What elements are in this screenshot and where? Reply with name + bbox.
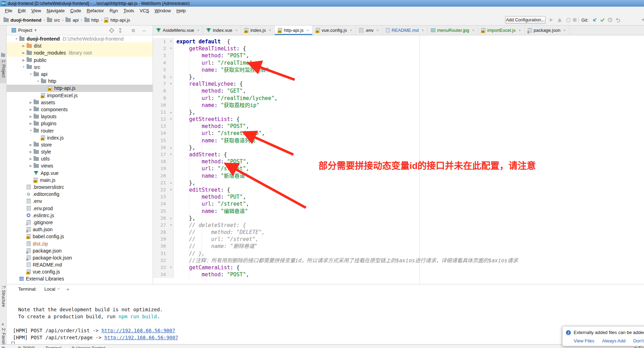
close-icon[interactable]: ✕ bbox=[57, 287, 60, 291]
chevron-closed-icon[interactable]: ▶ bbox=[28, 108, 34, 111]
tree-item-router[interactable]: ▼router bbox=[7, 127, 153, 134]
status-item[interactable]: Terminal bbox=[46, 346, 61, 348]
close-icon[interactable]: ✕ bbox=[197, 29, 200, 32]
code-line-20[interactable]: 20 name: "新增巷道" bbox=[153, 172, 644, 179]
code-line-33[interactable]: 33▼ getCameraList: { bbox=[153, 264, 644, 271]
tool-window-switcher-icon[interactable]: ▦ bbox=[1, 346, 5, 348]
code-line-1[interactable]: 1▼export default { bbox=[153, 38, 644, 45]
menu-window[interactable]: Window bbox=[152, 8, 174, 13]
rollback-icon[interactable] bbox=[615, 17, 621, 23]
collapse-all-icon[interactable] bbox=[118, 28, 122, 34]
tree-item-duoji-frontend[interactable]: ▼duoji-frontendD:\zheheWeb\duoji-fronten… bbox=[7, 35, 153, 42]
code-line-10[interactable]: 10 name: "获取荔枝的ip" bbox=[153, 102, 644, 109]
chevron-closed-icon[interactable]: ▶ bbox=[28, 157, 34, 161]
fold-open-icon[interactable]: ▼ bbox=[169, 186, 174, 193]
menu-navigate[interactable]: Navigate bbox=[44, 8, 67, 13]
code-line-23[interactable]: 23 method: "PUT", bbox=[153, 193, 644, 200]
close-icon[interactable]: ✕ bbox=[421, 29, 424, 32]
settings-gear-icon[interactable]: ⚙ bbox=[131, 28, 135, 33]
close-icon[interactable]: ✕ bbox=[518, 29, 521, 32]
tree-item-README.md[interactable]: README.md bbox=[7, 261, 153, 268]
close-icon[interactable]: ✕ bbox=[472, 29, 475, 32]
menu-refactor[interactable]: Refactor bbox=[84, 8, 107, 13]
tree-item-views[interactable]: ▶views bbox=[7, 162, 153, 169]
close-icon[interactable]: ✕ bbox=[563, 29, 566, 32]
debug-icon[interactable] bbox=[556, 17, 563, 23]
fold-open-icon[interactable]: ▼ bbox=[169, 116, 174, 123]
code-line-2[interactable]: 2▼ getRealTimeList: { bbox=[153, 45, 644, 52]
tree-item-dist[interactable]: ▶dist bbox=[7, 42, 153, 49]
tree-item-External Libraries[interactable]: External Libraries bbox=[7, 275, 153, 282]
add-configuration-button[interactable]: Add Configuration... bbox=[505, 16, 546, 24]
fold-open-icon[interactable]: ▼ bbox=[169, 80, 174, 87]
code-line-27[interactable]: 27▼ // deleteStreet: { bbox=[153, 222, 644, 229]
chevron-down-icon[interactable]: ▼ bbox=[34, 28, 37, 32]
chevron-open-icon[interactable]: ▼ bbox=[21, 65, 27, 69]
code-line-7[interactable]: 7▼ realTimeLychee: { bbox=[153, 80, 644, 87]
notification-action[interactable]: Don't Ask Agai bbox=[633, 338, 644, 343]
run-with-coverage-icon[interactable] bbox=[565, 17, 572, 23]
fold-close-icon[interactable]: ▲ bbox=[169, 73, 174, 80]
code-line-13[interactable]: 13 method: "POST", bbox=[153, 123, 644, 130]
tab-http-api.js[interactable]: JShttp-api.js✕ bbox=[275, 26, 313, 35]
code-line-25[interactable]: 25 name: "编辑巷道" bbox=[153, 208, 644, 215]
code-line-11[interactable]: 11▲ }, bbox=[153, 109, 644, 116]
notification-action[interactable]: View Files bbox=[574, 338, 594, 343]
close-icon[interactable]: ✕ bbox=[306, 29, 309, 32]
tree-item-http[interactable]: ▼http bbox=[7, 78, 153, 85]
menu-tools[interactable]: Tools bbox=[121, 8, 137, 13]
code-line-5[interactable]: 5 name: "获取实时监控列表" bbox=[153, 66, 644, 73]
tree-item-dist.zip[interactable]: dist.zip bbox=[7, 240, 153, 247]
tree-item-utils[interactable]: ▶utils bbox=[7, 155, 153, 162]
tree-item-index.js[interactable]: JSindex.js bbox=[7, 134, 153, 141]
stripe-structure-button[interactable]: 7: Structure bbox=[0, 284, 7, 312]
tree-item-.eslintrc.js[interactable]: .eslintrc.js bbox=[7, 212, 153, 219]
chevron-open-icon[interactable]: ▼ bbox=[14, 37, 19, 41]
terminal-tab-local[interactable]: Local ✕ bbox=[43, 285, 62, 293]
code-line-26[interactable]: 26▲ }, bbox=[153, 215, 644, 222]
terminal-output[interactable]: Note that the development build is not o… bbox=[7, 306, 178, 348]
breadcrumb-item[interactable]: src bbox=[47, 17, 60, 23]
tab-importExcel.js[interactable]: JSimportExcel.js✕ bbox=[478, 26, 524, 35]
menu-help[interactable]: Help bbox=[174, 8, 189, 13]
tab-index.js[interactable]: JSindex.js✕ bbox=[241, 26, 275, 35]
menu-view[interactable]: View bbox=[28, 8, 44, 13]
tree-item-.editorconfig[interactable]: .editorconfig bbox=[7, 191, 153, 198]
menu-file[interactable]: File bbox=[2, 8, 15, 13]
close-icon[interactable]: ✕ bbox=[268, 29, 271, 32]
breadcrumb-item[interactable]: duoji-frontend bbox=[4, 17, 41, 23]
code-line-32[interactable]: 32 //注释：所有用到删除的接口都需要拼接变量id，所以请求方式采用了挂载在原… bbox=[153, 257, 644, 264]
tree-item-plugins[interactable]: ▶plugins bbox=[7, 120, 153, 127]
fold-open-icon[interactable]: ▼ bbox=[169, 45, 174, 52]
new-terminal-session-button[interactable]: + bbox=[66, 286, 69, 292]
tree-item-node_modules[interactable]: ▶node_moduleslibrary root bbox=[7, 49, 153, 56]
tree-item-App.vue[interactable]: App.vue bbox=[7, 170, 153, 177]
tree-item-layouts[interactable]: ▶layouts bbox=[7, 113, 153, 120]
fold-close-icon[interactable]: ▲ bbox=[169, 215, 174, 222]
update-project-icon[interactable] bbox=[592, 17, 598, 23]
code-line-30[interactable]: 30 // name: "删除巷道" bbox=[153, 243, 644, 250]
notification-action[interactable]: Always Add bbox=[602, 338, 625, 343]
tab-package.json[interactable]: {}package.json✕ bbox=[525, 26, 569, 35]
breadcrumb-item[interactable]: JShttp-api.js bbox=[104, 17, 130, 23]
close-icon[interactable]: ✕ bbox=[350, 29, 352, 32]
chevron-closed-icon[interactable]: ▶ bbox=[28, 115, 34, 118]
code-line-4[interactable]: 4 url: "/realTime", bbox=[153, 59, 644, 66]
tree-item-package.json[interactable]: {}package.json bbox=[7, 247, 153, 254]
tree-item-api[interactable]: ▼api bbox=[7, 71, 153, 78]
chevron-closed-icon[interactable]: ▶ bbox=[21, 44, 27, 48]
menu-run[interactable]: Run bbox=[107, 8, 121, 13]
code-line-34[interactable]: 34 method: "POST", bbox=[153, 271, 644, 278]
tree-item-importExcel.js[interactable]: JSimportExcel.js bbox=[7, 92, 153, 99]
history-icon[interactable] bbox=[607, 17, 613, 23]
code-line-31[interactable]: 31 // }, bbox=[153, 250, 644, 257]
fold-close-icon[interactable]: ▲ bbox=[169, 179, 174, 186]
tree-item-public[interactable]: ▶public bbox=[7, 57, 153, 64]
breadcrumb-item[interactable]: http bbox=[84, 17, 99, 23]
code-line-12[interactable]: 12▼ getStreetList: { bbox=[153, 116, 644, 123]
chevron-closed-icon[interactable]: ▶ bbox=[28, 101, 34, 104]
chevron-closed-icon[interactable]: ▶ bbox=[28, 143, 34, 147]
tree-item-components[interactable]: ▶components bbox=[7, 106, 153, 113]
fold-open-icon[interactable]: ▼ bbox=[169, 38, 174, 45]
terminal-link[interactable]: http://192.168.66.56:9007 bbox=[104, 335, 178, 340]
